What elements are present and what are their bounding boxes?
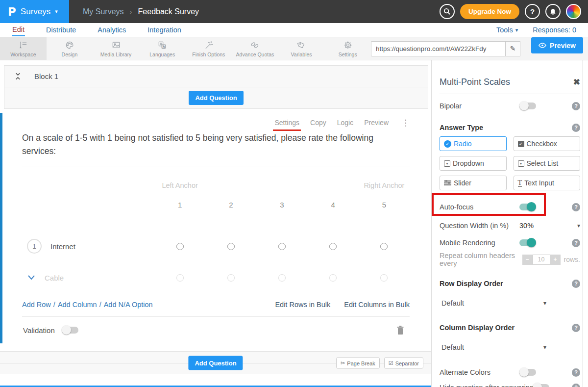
edit-url-button[interactable]: ✎: [505, 41, 520, 56]
answer-type-slider[interactable]: Slider: [440, 176, 507, 190]
edit-columns-in-bulk-link[interactable]: Edit Columns in Bulk: [344, 301, 410, 309]
column-header[interactable]: 4: [331, 201, 335, 209]
question-card: Settings Copy Logic Preview ⋮ On a scale…: [0, 113, 419, 343]
radio-option[interactable]: [278, 274, 286, 282]
help-icon[interactable]: ?: [572, 102, 580, 110]
product-switcher[interactable]: P Surveys ▾: [0, 0, 69, 23]
repeat-headers-input[interactable]: [533, 255, 550, 265]
radio-option[interactable]: [176, 243, 184, 250]
tools-menu[interactable]: Tools ▾: [496, 26, 518, 34]
column-header[interactable]: 5: [382, 201, 386, 209]
help-icon[interactable]: ?: [572, 203, 580, 211]
tab-integration[interactable]: Integration: [147, 24, 182, 36]
search-button[interactable]: [440, 4, 455, 19]
column-header[interactable]: 1: [178, 201, 182, 209]
column-display-order-select[interactable]: Default ▾: [440, 341, 546, 353]
hide-question-row: Hide question after answering ?: [440, 380, 580, 387]
collapse-block-icon[interactable]: [14, 72, 22, 80]
separator: /: [53, 301, 55, 309]
help-icon[interactable]: ?: [572, 124, 580, 132]
help-icon[interactable]: ?: [572, 324, 580, 332]
help-button[interactable]: ?: [525, 4, 540, 19]
toolbar-item-settings[interactable]: Settings: [324, 37, 371, 60]
question-width-value[interactable]: 30%: [519, 222, 534, 230]
add-question-button-bottom[interactable]: Add Question: [188, 356, 243, 370]
question-more-menu-icon[interactable]: ⋮: [401, 118, 410, 128]
tab-edit[interactable]: Edit: [12, 24, 25, 36]
toolbar-item-variables[interactable]: Variables: [278, 37, 325, 60]
close-icon[interactable]: ✖: [573, 77, 580, 87]
add-question-button-top[interactable]: Add Question: [189, 91, 243, 105]
radio-option[interactable]: [380, 243, 388, 250]
question-mark-icon: ?: [530, 7, 535, 16]
preview-button[interactable]: Preview: [531, 37, 583, 53]
help-icon[interactable]: ?: [572, 280, 580, 288]
separator-button[interactable]: ☑ Separator: [384, 358, 423, 369]
validation-toggle[interactable]: [62, 327, 78, 334]
alternate-colors-toggle[interactable]: [519, 369, 536, 376]
column-header[interactable]: 2: [229, 201, 233, 209]
question-tab-preview[interactable]: Preview: [364, 119, 389, 127]
toolbar-item-workspace[interactable]: Workspace: [0, 37, 47, 60]
radio-option[interactable]: [329, 243, 337, 250]
radio-option[interactable]: [227, 243, 235, 250]
help-icon[interactable]: ?: [572, 384, 580, 387]
answer-type-text-input[interactable]: T Text Input: [514, 176, 581, 190]
tab-analytics[interactable]: Analytics: [97, 24, 126, 36]
hide-question-toggle[interactable]: [533, 384, 549, 387]
block-title[interactable]: Block 1: [34, 72, 58, 80]
question-text[interactable]: On a scale of 1-5 with 1 being not satis…: [22, 131, 409, 158]
bipolar-toggle[interactable]: [519, 103, 536, 109]
edit-rows-in-bulk-link[interactable]: Edit Rows in Bulk: [275, 301, 330, 309]
radio-option[interactable]: [176, 274, 184, 282]
responses-count[interactable]: Responses: 0: [533, 26, 576, 34]
radio-option[interactable]: [278, 243, 286, 250]
mobile-rendering-toggle[interactable]: [519, 239, 536, 246]
question-tab-settings[interactable]: Settings: [274, 119, 299, 127]
user-avatar[interactable]: [566, 4, 581, 19]
answer-type-dropdown[interactable]: ▾ Dropdown: [440, 156, 507, 171]
add-row-link[interactable]: Add Row: [22, 301, 51, 309]
question-tab-copy[interactable]: Copy: [310, 119, 326, 127]
answer-type-checkbox[interactable]: ✓ Checkbox: [514, 136, 581, 151]
question-tab-logic[interactable]: Logic: [337, 119, 353, 127]
radio-option[interactable]: [227, 274, 235, 282]
answer-type-select-list[interactable]: ▾ Select List: [514, 156, 581, 171]
row-display-order-select[interactable]: Default ▾: [440, 297, 546, 309]
chevron-down-icon[interactable]: [27, 275, 36, 281]
add-column-link[interactable]: Add Column: [58, 301, 97, 309]
add-question-bar-top: Add Question: [4, 87, 428, 108]
help-icon[interactable]: ?: [572, 368, 580, 377]
left-anchor-placeholder[interactable]: Left Anchor: [162, 181, 197, 189]
survey-url-input[interactable]: [371, 41, 505, 56]
upgrade-now-button[interactable]: Upgrade Now: [460, 4, 519, 19]
row-label[interactable]: Cable: [45, 274, 64, 282]
chevron-down-icon[interactable]: ▾: [577, 222, 580, 229]
row-label[interactable]: Internet: [50, 242, 75, 251]
breadcrumb-my-surveys[interactable]: My Surveys: [83, 7, 124, 16]
help-icon[interactable]: ?: [572, 239, 580, 247]
toolbar-item-finish-options[interactable]: Finish Options: [186, 37, 232, 60]
answer-type-radio[interactable]: ✓ Radio: [440, 136, 507, 151]
question-width-row: Question Width (in %) 30% ▾: [440, 217, 580, 234]
delete-question-trash-icon[interactable]: [396, 325, 405, 335]
notifications-button[interactable]: [545, 4, 561, 19]
toolbar-item-design[interactable]: Design: [47, 37, 93, 60]
toolbar-item-label: Design: [62, 52, 78, 57]
radio-option[interactable]: [329, 274, 337, 282]
column-header-row: 1 2 3 4 5: [22, 198, 410, 211]
toolbar-item-languages[interactable]: A Languages: [139, 37, 186, 60]
survey-url-group: ✎: [371, 41, 520, 56]
page-break-button[interactable]: ✂ Page Break: [336, 358, 380, 369]
decrement-button[interactable]: −: [522, 255, 533, 265]
auto-focus-toggle[interactable]: [519, 204, 536, 210]
add-na-option-link[interactable]: Add N/A Option: [104, 301, 153, 309]
top-nav: P Surveys ▾ My Surveys › Feedback Survey…: [0, 0, 588, 23]
column-header[interactable]: 3: [280, 201, 284, 209]
tab-distribute[interactable]: Distribute: [46, 24, 76, 36]
increment-button[interactable]: +: [550, 255, 561, 265]
right-anchor-placeholder[interactable]: Right Anchor: [364, 181, 404, 189]
toolbar-item-media-library[interactable]: Media Library: [93, 37, 139, 60]
radio-option[interactable]: [380, 274, 388, 282]
toolbar-item-advance-quotas[interactable]: Advance Quotas: [232, 37, 278, 60]
